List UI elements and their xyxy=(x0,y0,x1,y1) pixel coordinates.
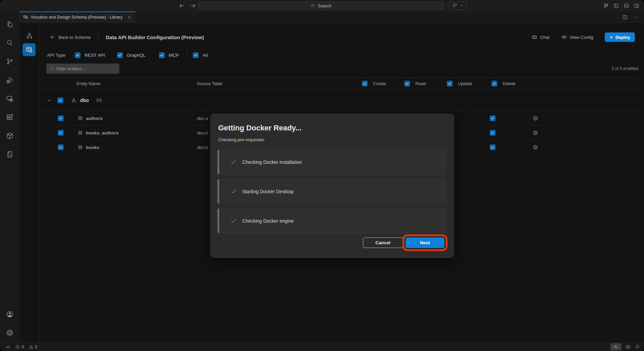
layout-controls xyxy=(603,0,639,11)
entity-settings-gear-icon[interactable] xyxy=(532,130,538,136)
tab-title: Visualize and Design Schema (Preview) - … xyxy=(31,15,122,20)
status-right xyxy=(611,343,640,351)
table-designer-active-button[interactable] xyxy=(23,43,36,56)
warning-icon xyxy=(29,345,33,349)
entity-checkbox[interactable] xyxy=(58,144,64,150)
files-icon xyxy=(6,20,14,28)
entity-checkbox[interactable] xyxy=(58,116,64,121)
dialog-subtitle: Checking pre-requisites xyxy=(218,137,264,142)
customize-layout-icon[interactable] xyxy=(603,3,609,8)
search-placeholder: Search xyxy=(318,3,331,8)
status-bar: 0 0 xyxy=(0,342,644,351)
api-type-label: API Type xyxy=(47,50,66,60)
sidebar-item-containers[interactable] xyxy=(6,132,14,140)
problems-warnings[interactable]: 0 xyxy=(29,345,38,349)
forward-arrow-icon[interactable] xyxy=(190,3,196,9)
graphql-label: GraphQL xyxy=(127,53,146,58)
tab-schema-designer[interactable]: Visualize and Design Schema (Preview) - … xyxy=(20,11,135,23)
source-table-value: dbo.b xyxy=(197,130,208,135)
copilot-status-icon[interactable] xyxy=(625,344,631,350)
chevron-down-icon[interactable] xyxy=(47,98,51,103)
error-icon xyxy=(15,345,20,349)
header-actions: Chat View Config Deploy xyxy=(531,32,635,42)
schema-designer-icon xyxy=(23,15,28,20)
chat-label: Chat xyxy=(540,35,549,40)
cancel-button[interactable]: Cancel xyxy=(363,237,403,248)
graphql-checkbox[interactable] xyxy=(117,52,123,58)
step-label: Checking Docker engine xyxy=(242,218,294,224)
back-arrow-icon[interactable] xyxy=(179,3,185,9)
rest-api-label: REST API xyxy=(85,53,105,58)
all-checkbox[interactable] xyxy=(193,52,199,58)
error-count: 0 xyxy=(22,345,24,349)
problems-errors[interactable]: 0 xyxy=(15,345,24,349)
schema-icon xyxy=(71,98,76,103)
entity-checkbox[interactable] xyxy=(58,130,64,136)
search-icon xyxy=(310,3,315,8)
step-docker-engine: Checking Docker engine xyxy=(217,208,445,233)
zoom-in-button[interactable] xyxy=(611,343,621,350)
sidebar-item-run-debug[interactable] xyxy=(6,76,14,84)
settings-button[interactable] xyxy=(6,329,14,337)
copilot-chat-icon xyxy=(452,3,458,8)
sidebar-item-search[interactable] xyxy=(6,39,14,47)
header-divider xyxy=(98,33,98,41)
mcp-label: MCP xyxy=(169,53,179,58)
sidebar-item-explorer[interactable] xyxy=(6,20,14,28)
delete-checkbox[interactable] xyxy=(490,144,496,150)
entity-settings-gear-icon[interactable] xyxy=(532,144,538,150)
column-delete: Delete xyxy=(491,78,515,89)
tab-close-button[interactable] xyxy=(127,15,132,20)
deploy-button[interactable]: Deploy xyxy=(605,32,635,42)
schema-visualizer-icon[interactable] xyxy=(26,32,33,40)
back-label: Back to Schema xyxy=(59,35,91,40)
table-icon xyxy=(78,116,83,121)
split-editor-icon[interactable] xyxy=(622,15,628,20)
toggle-panel-icon[interactable] xyxy=(624,3,629,8)
delete-label: Delete xyxy=(503,81,515,86)
title-bar: Search xyxy=(0,0,644,11)
read-all-checkbox[interactable] xyxy=(404,81,410,86)
copilot-icon xyxy=(531,34,537,40)
sidebar-item-source-control[interactable] xyxy=(6,57,14,66)
more-actions-icon[interactable] xyxy=(634,15,639,20)
account-button[interactable] xyxy=(6,310,14,318)
update-all-checkbox[interactable] xyxy=(447,81,453,86)
chat-button[interactable]: Chat xyxy=(531,34,549,40)
view-config-button[interactable]: View Config xyxy=(561,34,593,40)
column-source-table: Source Table xyxy=(197,78,223,89)
step-label: Checking Docker installation xyxy=(242,159,302,165)
delete-checkbox[interactable] xyxy=(490,130,496,136)
sidebar-item-extensions[interactable] xyxy=(6,113,14,121)
group-checkbox[interactable] xyxy=(58,97,63,103)
step-docker-desktop: Starting Docker Desktop xyxy=(217,179,445,204)
option-graphql: GraphQL xyxy=(117,50,146,60)
delete-checkbox[interactable] xyxy=(490,116,496,121)
read-label: Read xyxy=(415,81,426,86)
account-icon xyxy=(6,310,14,318)
mcp-checkbox[interactable] xyxy=(159,52,165,58)
back-to-schema-link[interactable]: Back to Schema xyxy=(50,34,91,40)
delete-all-checkbox[interactable] xyxy=(491,81,497,86)
remote-indicator-icon[interactable] xyxy=(5,345,10,350)
filter-entities-input[interactable] xyxy=(56,66,116,71)
entity-table-header: Entity Name Source Table Create Read Upd… xyxy=(40,78,639,90)
source-control-icon xyxy=(6,57,14,66)
rest-api-checkbox[interactable] xyxy=(75,52,80,58)
sidebar-item-remote-explorer[interactable] xyxy=(6,95,14,103)
entity-name: books xyxy=(86,145,99,150)
create-all-checkbox[interactable] xyxy=(362,81,368,86)
sidebar-item-database[interactable] xyxy=(6,150,14,158)
entity-name: authors xyxy=(86,116,103,121)
entity-settings-gear-icon[interactable] xyxy=(532,115,538,121)
copilot-chat-button[interactable] xyxy=(449,2,467,10)
command-center-search[interactable]: Search xyxy=(198,2,444,10)
toggle-secondary-sidebar-icon[interactable] xyxy=(634,3,639,8)
editor-actions xyxy=(622,11,639,23)
create-label: Create xyxy=(373,81,386,86)
toggle-primary-sidebar-icon[interactable] xyxy=(614,3,619,8)
next-button[interactable]: Next xyxy=(406,237,444,248)
bell-icon[interactable] xyxy=(635,344,640,349)
run-debug-icon xyxy=(6,76,14,84)
filter-entities-box xyxy=(46,64,119,74)
